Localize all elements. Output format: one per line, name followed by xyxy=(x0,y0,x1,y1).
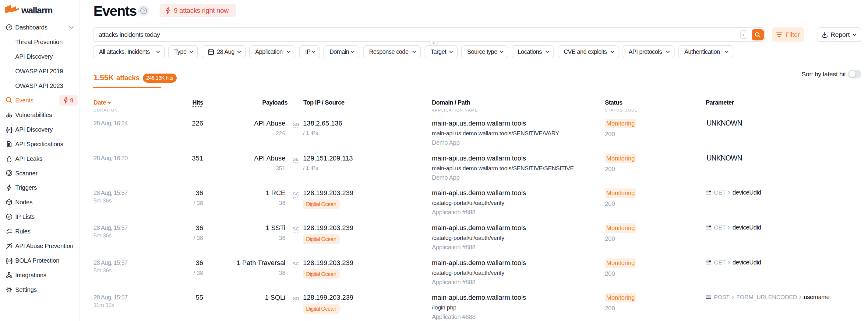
svg-text:}: } xyxy=(10,126,13,133)
svg-text:}: } xyxy=(10,257,12,264)
svg-text:ID: ID xyxy=(8,259,11,263)
svg-text:?: ? xyxy=(142,8,145,13)
svg-text:IP: IP xyxy=(8,215,11,219)
